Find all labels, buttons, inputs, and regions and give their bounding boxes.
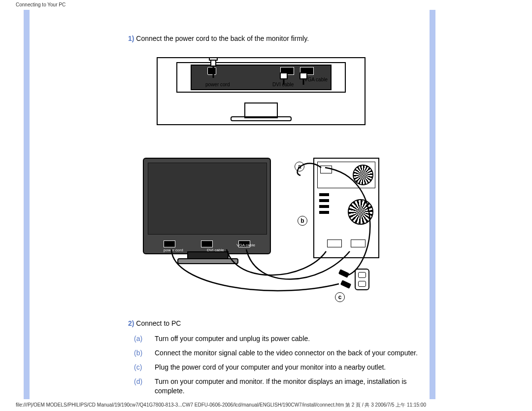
substep-a-text: Turn off your computer and unplug its po… — [155, 334, 424, 343]
substep-c-text: Plug the power cord of your computer and… — [155, 363, 424, 372]
fig2-label-vga: VGA cable — [236, 243, 255, 247]
decoration-stripe-right — [430, 10, 435, 399]
fig2-label-power: power cord — [164, 248, 183, 252]
step-1-number: 1) — [128, 34, 134, 42]
fig2-pc-power-socket — [320, 166, 332, 173]
fig2-mon-dvi-port — [201, 240, 213, 247]
fig1-wires — [158, 58, 365, 124]
svg-rect-1 — [209, 58, 217, 60]
substep-b-text: Connect the monitor signal cable to the … — [155, 348, 424, 358]
figure-1-monitor-back: power cord DVI cable VGA cable — [157, 57, 366, 125]
fig2-pc-slot-2 — [319, 199, 329, 202]
svg-rect-3 — [300, 73, 307, 79]
fig2-pc-video-port-2 — [351, 240, 366, 247]
step-1-text: Connect the power cord to the back of th… — [136, 34, 309, 42]
svg-rect-2 — [280, 73, 287, 79]
fig2-mon-power-port — [164, 240, 175, 247]
fig2-pc-fan-small — [353, 165, 373, 185]
step-2-number: 2) — [128, 319, 134, 327]
fig2-pc-video-ports — [317, 233, 375, 252]
substep-b-letter: (b) — [128, 348, 146, 358]
step-2: 2) Connect to PC — [128, 319, 424, 327]
figure-1-wrap: power cord DVI cable VGA cable — [128, 57, 394, 125]
step-2-text: Connect to PC — [136, 319, 181, 327]
fig2-plug-1 — [338, 269, 349, 278]
page-header-title: Connecting to Your PC — [16, 2, 66, 7]
fig2-pc-fan-large — [348, 199, 373, 225]
fig2-wall-outlet — [355, 269, 369, 290]
step-2-block: 2) Connect to PC (a) Turn off your compu… — [128, 319, 424, 395]
substep-c: (c) Plug the power cord of your computer… — [128, 363, 424, 372]
page: Connecting to Your PC 1) Connect the pow… — [0, 0, 532, 411]
fig2-tag-a: a — [295, 162, 304, 171]
substep-a-letter: (a) — [128, 334, 146, 343]
footer-path: file:///P|/OEM MODELS/PHILIPS/CD Manual/… — [16, 402, 527, 409]
substep-c-letter: (c) — [128, 363, 146, 372]
fig2-pc-slot-1 — [319, 193, 329, 196]
content-area: 1) Connect the power cord to the back of… — [128, 34, 424, 400]
fig2-pc-back — [313, 158, 379, 258]
substep-d: (d) Turn on your computer and monitor. I… — [128, 377, 424, 396]
fig2-plug-2 — [340, 280, 351, 289]
substep-a: (a) Turn off your computer and unplug it… — [128, 334, 424, 343]
fig2-stand-base — [177, 258, 238, 264]
fig2-monitor-back: power cord DVI cable VGA cable — [143, 158, 271, 254]
fig2-pc-slot-4 — [319, 211, 329, 214]
substeps-list: (a) Turn off your computer and unplug it… — [128, 334, 424, 395]
fig2-pc-video-port-1 — [327, 240, 342, 247]
substep-b: (b) Connect the monitor signal cable to … — [128, 348, 424, 358]
fig2-monitor-face — [148, 163, 267, 235]
decoration-stripe-left — [24, 10, 30, 399]
substep-d-letter: (d) — [128, 377, 146, 396]
step-1: 1) Connect the power cord to the back of… — [128, 34, 424, 42]
figure-2-connection-diagram: power cord DVI cable VGA cable — [143, 158, 379, 306]
figure-2-wrap: power cord DVI cable VGA cable — [128, 158, 394, 306]
fig2-tag-b: b — [298, 216, 307, 226]
fig2-tag-c: c — [335, 292, 345, 302]
fig2-pc-slot-3 — [319, 205, 329, 208]
substep-d-text: Turn on your computer and monitor. If th… — [155, 377, 424, 396]
